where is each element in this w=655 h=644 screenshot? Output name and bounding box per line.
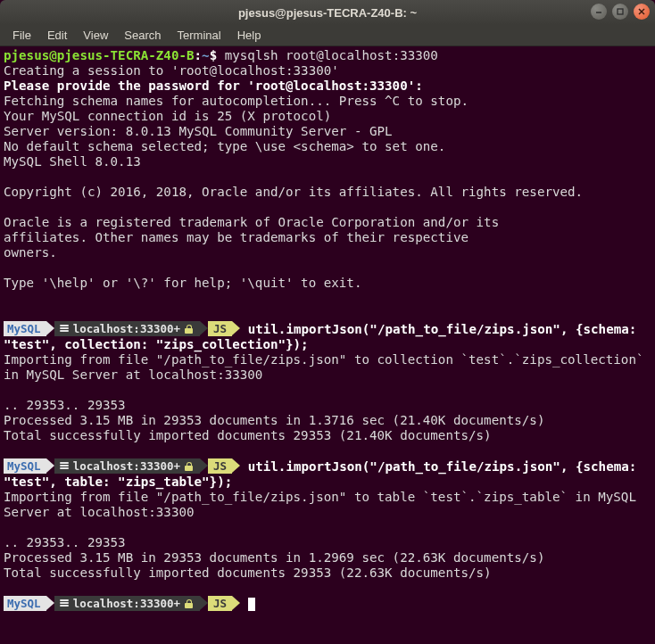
minimize-icon	[594, 7, 603, 16]
output-line: Copyright (c) 2016, 2018, Oracle and/or …	[4, 185, 583, 199]
output-line: Fetching schema names for autocompletion…	[4, 94, 468, 108]
output-line: Oracle is a registered trademark of Orac…	[4, 215, 499, 229]
window-title: pjesus@pjesus-TECRA-Z40-B: ~	[0, 6, 655, 20]
menu-file[interactable]: File	[5, 27, 38, 44]
output-line: .. 29353.. 29353	[4, 398, 126, 412]
prompt-seg-host: localhost:33300+	[54, 321, 200, 336]
output-line: Processed 3.15 MB in 29353 documents in …	[4, 413, 544, 427]
close-button[interactable]	[634, 4, 650, 20]
output-line: Creating a session to 'root@localhost:33…	[4, 63, 339, 78]
output-line: Server version: 8.0.13 MySQL Community S…	[4, 124, 393, 138]
shell-prompt-userhost: pjesus@pjesus-TECRA-Z40-B	[4, 48, 195, 62]
database-icon	[60, 462, 69, 471]
window-controls	[591, 4, 650, 20]
minimize-button[interactable]	[591, 4, 607, 20]
menubar: File Edit View Search Terminal Help	[0, 25, 655, 46]
lock-icon	[185, 462, 193, 471]
output-line: Total successfully imported documents 29…	[4, 428, 492, 442]
shell-prompt-cwd: ~	[202, 48, 210, 62]
output-line: Total successfully imported documents 29…	[4, 566, 492, 580]
terminal-area[interactable]: pjesus@pjesus-TECRA-Z40-B:~$ mysqlsh roo…	[0, 46, 655, 615]
mysql-prompt: MySQL localhost:33300+ JS	[4, 321, 240, 336]
prompt-seg-mysql: MySQL	[4, 458, 46, 474]
database-icon	[60, 599, 69, 608]
output-line: Type '\help' or '\?' for help; '\quit' t…	[4, 276, 361, 290]
output-line: affiliates. Other names may be trademark…	[4, 230, 468, 244]
menu-edit[interactable]: Edit	[40, 27, 74, 44]
output-line: Importing from file "/path_to_file/zips.…	[4, 352, 651, 382]
menu-help[interactable]: Help	[230, 27, 269, 44]
prompt-seg-host: localhost:33300+	[54, 458, 200, 474]
prompt-seg-mode: JS	[208, 596, 232, 611]
output-line: Processed 3.15 MB in 29353 documents in …	[4, 550, 544, 565]
lock-icon	[185, 325, 193, 334]
mysql-prompt: MySQL localhost:33300+ JS	[4, 596, 240, 611]
maximize-button[interactable]	[612, 4, 628, 20]
lock-icon	[185, 599, 193, 608]
maximize-icon	[616, 7, 625, 16]
shell-command: mysqlsh root@localhost:33300	[225, 48, 438, 62]
prompt-seg-mode: JS	[208, 321, 232, 336]
menu-terminal[interactable]: Terminal	[170, 27, 228, 44]
svg-rect-1	[618, 9, 623, 14]
mysql-prompt: MySQL localhost:33300+ JS	[4, 458, 240, 474]
output-line: Importing from file "/path_to_file/zips.…	[4, 490, 644, 519]
prompt-seg-host: localhost:33300+	[54, 596, 200, 611]
window-titlebar: pjesus@pjesus-TECRA-Z40-B: ~	[0, 0, 655, 25]
database-icon	[60, 325, 69, 334]
prompt-seg-mode: JS	[208, 458, 232, 474]
prompt-seg-mysql: MySQL	[4, 321, 46, 336]
prompt-seg-mysql: MySQL	[4, 596, 46, 611]
close-icon	[637, 7, 646, 16]
cursor	[248, 598, 255, 611]
output-line: MySQL Shell 8.0.13	[4, 154, 141, 169]
output-line: .. 29353.. 29353	[4, 535, 126, 549]
output-line: owners.	[4, 245, 57, 260]
menu-search[interactable]: Search	[117, 27, 168, 44]
output-line: No default schema selected; type \use <s…	[4, 139, 445, 153]
output-line: Please provide the password for 'root@lo…	[4, 78, 423, 93]
menu-view[interactable]: View	[76, 27, 115, 44]
output-line: Your MySQL connection id is 25 (X protoc…	[4, 109, 331, 123]
